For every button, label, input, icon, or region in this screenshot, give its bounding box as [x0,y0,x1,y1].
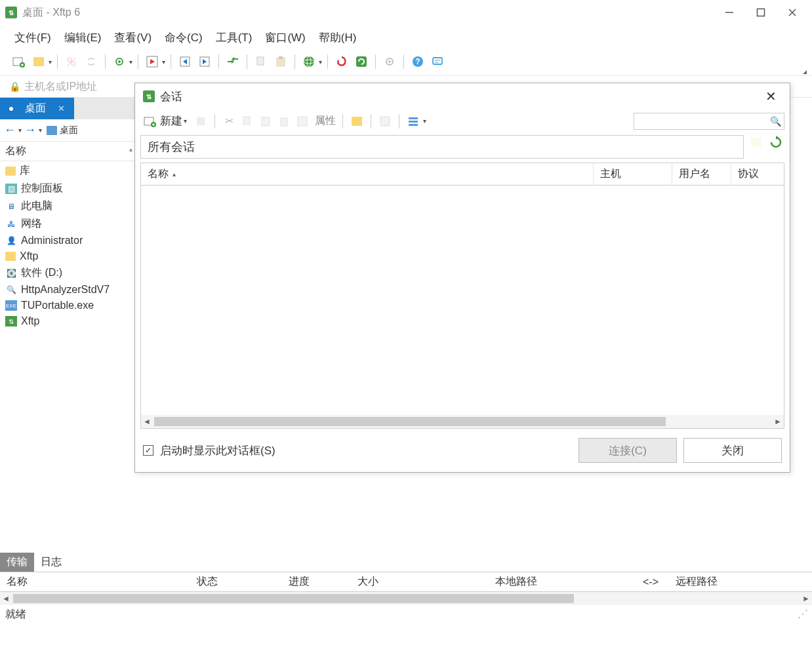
main-toolbar: ▾ ▾ ▾ ▾ ? [0,50,812,75]
session-grid-body[interactable]: ◄ ► [140,185,784,429]
connect-button[interactable]: 连接(C) [579,438,677,463]
list-view-icon[interactable] [406,114,420,128]
dropdown-icon[interactable]: ▾ [18,127,22,134]
col-local[interactable]: 本地路径 [489,575,636,589]
session-path-field[interactable]: 所有会话 [140,135,744,159]
sync-icon[interactable] [224,53,241,70]
settings-gear-icon[interactable] [111,53,128,70]
session-search-input[interactable]: 🔍 [634,113,784,130]
copy-icon[interactable] [240,114,254,128]
dropdown-icon[interactable]: ▾ [162,58,165,66]
scroll-thumb[interactable] [13,594,574,603]
col-user[interactable]: 用户名 [672,163,731,185]
paste-icon[interactable] [272,53,289,70]
dropdown-icon[interactable]: ▾ [319,58,322,66]
col-status[interactable]: 状态 [190,575,282,589]
window-title: 桌面 - Xftp 6 [22,6,723,20]
svg-rect-21 [257,57,264,65]
dropdown-icon[interactable]: ▾ [129,58,132,66]
maximize-button[interactable] [754,6,767,19]
list-item[interactable]: EXETUPortable.exe [4,298,134,313]
local-tab[interactable]: 桌面 ✕ [0,98,74,119]
list-item[interactable]: 库 [4,163,134,179]
new-session-icon[interactable] [10,53,28,70]
col-progress[interactable]: 进度 [282,575,351,589]
open-folder-icon[interactable] [30,53,47,70]
reconnect-icon[interactable] [83,53,100,70]
col-name[interactable]: 名称 [0,575,190,589]
close-button[interactable] [786,6,799,19]
grid-scrollbar[interactable]: ◄ ► [141,415,784,428]
host-placeholder: 主机名或IP地址 [24,80,97,94]
menu-view[interactable]: 查看(V) [109,29,157,47]
new-session-button[interactable]: 新建 ▾ [140,112,190,130]
list-item[interactable]: Xftp [4,249,134,264]
menu-command[interactable]: 命令(C) [159,29,208,47]
back-button[interactable]: ← [3,123,17,137]
tab-transfer[interactable]: 传输 [0,553,34,572]
dropdown-icon[interactable]: ▾ [423,117,426,125]
properties-label[interactable]: 属性 [315,114,336,128]
menu-edit[interactable]: 编辑(E) [59,29,107,47]
paste-icon[interactable] [258,114,273,128]
gear-icon[interactable] [381,53,398,70]
refresh-green-icon[interactable] [353,53,370,70]
list-item[interactable]: 💽软件 (D:) [4,265,134,281]
column-header-name[interactable]: 名称 ▴ [0,142,138,161]
col-remote[interactable]: 远程路径 [669,575,725,589]
chat-icon[interactable] [429,53,446,70]
swirl-icon[interactable] [333,53,350,70]
delete2-icon[interactable] [277,114,291,128]
col-arrow[interactable]: <-> [636,576,669,588]
menu-help[interactable]: 帮助(H) [314,29,362,47]
cut-icon[interactable]: ✂ [222,114,236,128]
location-field[interactable]: 桌面 [43,123,135,138]
scroll-right-icon[interactable]: ► [772,417,784,426]
up-folder-icon[interactable] [749,135,763,149]
scroll-left-icon[interactable]: ◄ [0,594,12,603]
minimize-button[interactable] [723,6,736,19]
list-item[interactable]: 🖥此电脑 [4,198,134,214]
delete-icon[interactable] [193,114,208,128]
col-host[interactable]: 主机 [594,163,672,185]
disconnect-icon[interactable] [63,53,80,70]
dropdown-icon[interactable]: ▾ [49,58,52,66]
dropdown-icon[interactable]: ▾ [39,127,42,134]
view-icon[interactable] [378,114,392,128]
resize-grip-icon[interactable]: ⋰ [798,608,807,621]
col-proto[interactable]: 协议 [731,163,784,185]
svg-rect-45 [409,117,418,119]
close-tab-icon[interactable]: ✕ [58,104,65,113]
copy-icon[interactable] [253,53,270,70]
file-label: 网络 [21,217,42,231]
transfer-right-icon[interactable] [196,53,213,70]
scroll-left-icon[interactable]: ◄ [141,417,153,426]
globe-icon[interactable] [300,53,317,70]
dialog-close-button[interactable]: ✕ [760,89,782,104]
show-on-start-checkbox[interactable]: ✓ [143,445,153,456]
menu-window[interactable]: 窗口(W) [260,29,310,47]
list-item[interactable]: ⇅Xftp [4,314,134,328]
close-dialog-button[interactable]: 关闭 [683,438,782,463]
menu-tools[interactable]: 工具(T) [211,29,258,47]
tab-log[interactable]: 日志 [34,553,68,572]
bottom-scrollbar[interactable]: ◄ ► [0,592,812,605]
col-size[interactable]: 大小 [351,575,489,589]
list-item[interactable]: 🔍HttpAnalyzerStdV7 [4,283,134,297]
transfer-left-icon[interactable] [176,53,193,70]
refresh-icon[interactable] [769,135,783,149]
list-item[interactable]: 🖧网络 [4,216,134,232]
scroll-right-icon[interactable]: ► [800,594,812,603]
list-item[interactable]: ▧控制面板 [4,180,134,197]
menu-file[interactable]: 文件(F) [9,29,56,47]
col-name[interactable]: 名称▴ [141,163,594,185]
toolbar-overflow-icon[interactable] [803,70,807,74]
play-icon[interactable] [144,53,161,70]
forward-button[interactable]: → [23,123,37,137]
help-icon[interactable]: ? [409,53,426,70]
list-item[interactable]: 👤Administrator [4,233,134,248]
properties-icon[interactable] [295,114,310,128]
folder-icon[interactable] [350,114,364,128]
scroll-thumb[interactable] [154,417,666,426]
dropdown-icon[interactable]: ▾ [184,117,187,125]
